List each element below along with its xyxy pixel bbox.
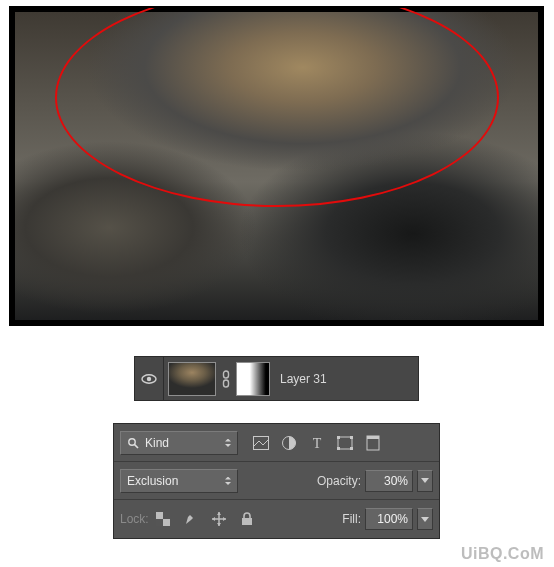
- svg-point-4: [129, 438, 135, 444]
- canvas-preview: [9, 6, 544, 326]
- composite-image: [15, 12, 538, 320]
- svg-rect-12: [337, 447, 340, 450]
- chevron-down-icon: [421, 478, 429, 483]
- svg-marker-26: [223, 517, 226, 521]
- watermark: UiBQ.CoM: [461, 545, 544, 563]
- lock-label: Lock:: [120, 512, 149, 526]
- layer-mask-link-icon[interactable]: [219, 365, 233, 393]
- svg-marker-16: [421, 478, 429, 483]
- svg-rect-20: [156, 519, 163, 526]
- lock-icons-group: [155, 511, 255, 527]
- smart-filter-icon[interactable]: [364, 434, 382, 452]
- fill-label[interactable]: Fill:: [342, 512, 361, 526]
- opacity-value-input[interactable]: 30%: [365, 470, 413, 492]
- fill-value-input[interactable]: 100%: [365, 508, 413, 530]
- layer-options-panel: Kind T Exclusion Opa: [113, 423, 440, 539]
- svg-point-1: [147, 376, 151, 380]
- opacity-label[interactable]: Opacity:: [317, 474, 361, 488]
- svg-marker-28: [421, 517, 429, 522]
- svg-rect-17: [156, 512, 163, 519]
- opacity-flyout-button[interactable]: [417, 470, 433, 492]
- chain-link-icon: [221, 370, 231, 388]
- layer-visibility-toggle[interactable]: [135, 357, 164, 400]
- svg-line-5: [135, 444, 138, 447]
- filter-kind-dropdown[interactable]: Kind: [120, 431, 238, 455]
- svg-rect-18: [163, 519, 170, 526]
- blend-mode-dropdown[interactable]: Exclusion: [120, 469, 238, 493]
- svg-marker-23: [217, 512, 221, 515]
- blend-mode-value: Exclusion: [127, 474, 178, 488]
- svg-rect-10: [337, 436, 340, 439]
- blend-opacity-row: Exclusion Opacity: 30%: [114, 462, 439, 500]
- fill-flyout-button[interactable]: [417, 508, 433, 530]
- svg-rect-2: [224, 371, 229, 378]
- svg-text:T: T: [313, 436, 322, 450]
- svg-marker-25: [212, 517, 215, 521]
- fill-value: 100%: [377, 512, 408, 526]
- filter-icons-group: T: [252, 434, 382, 452]
- filter-row: Kind T: [114, 424, 439, 462]
- svg-marker-24: [217, 523, 221, 526]
- svg-rect-9: [338, 437, 352, 449]
- lock-transparency-button[interactable]: [155, 511, 171, 527]
- image-filter-icon[interactable]: [252, 434, 270, 452]
- filter-kind-label: Kind: [145, 436, 169, 450]
- layer-thumbnail[interactable]: [168, 362, 216, 396]
- adjustment-filter-icon[interactable]: [280, 434, 298, 452]
- lock-position-button[interactable]: [211, 511, 227, 527]
- chevron-down-icon: [421, 517, 429, 522]
- svg-rect-11: [350, 436, 353, 439]
- svg-rect-19: [163, 512, 170, 519]
- fill-group: Fill: 100%: [342, 508, 433, 530]
- search-icon: [127, 437, 139, 449]
- lock-all-button[interactable]: [239, 511, 255, 527]
- svg-rect-15: [367, 436, 379, 439]
- svg-rect-3: [224, 380, 229, 387]
- lock-pixels-button[interactable]: [183, 511, 199, 527]
- opacity-group: Opacity: 30%: [317, 470, 433, 492]
- type-filter-icon[interactable]: T: [308, 434, 326, 452]
- layer-name-label[interactable]: Layer 31: [280, 372, 327, 386]
- shape-filter-icon[interactable]: [336, 434, 354, 452]
- svg-rect-13: [350, 447, 353, 450]
- watermark-text: UiBQ.CoM: [461, 545, 544, 562]
- lock-fill-row: Lock: Fill: 100%: [114, 500, 439, 538]
- dropdown-arrows-icon: [225, 439, 231, 447]
- dropdown-arrows-icon: [225, 477, 231, 485]
- eye-icon: [141, 373, 157, 385]
- opacity-value: 30%: [384, 474, 408, 488]
- layer-row[interactable]: Layer 31: [134, 356, 419, 401]
- svg-rect-27: [242, 518, 252, 525]
- layer-mask-thumbnail[interactable]: [236, 362, 270, 396]
